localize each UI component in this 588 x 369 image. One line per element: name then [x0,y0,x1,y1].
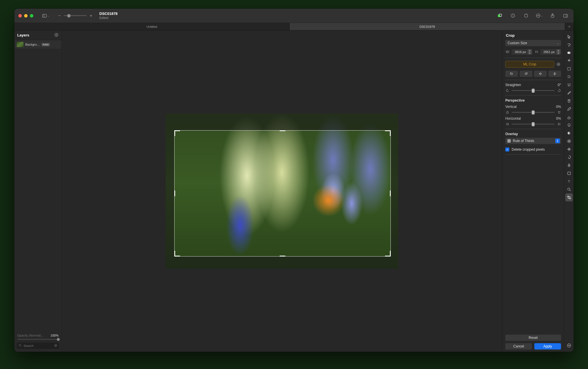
ml-crop-more-icon[interactable] [556,61,561,68]
svg-point-13 [539,15,539,16]
effects-tool[interactable] [565,137,573,145]
crop-handle-br[interactable] [385,251,391,257]
crop-tool[interactable] [565,193,573,201]
vertical-label: Vertical [505,105,517,109]
layer-item-background[interactable]: Backgro… RAW [14,40,61,49]
flip-vertical-button[interactable] [548,71,561,77]
sidebar-toggle-button[interactable]: ⌵ [41,12,49,20]
photo-preview [166,114,398,269]
sparkle-tool[interactable] [565,145,573,153]
height-label: H: [534,50,539,54]
fill-tool[interactable] [565,97,573,105]
new-window-icon[interactable] [522,12,530,20]
delete-pixels-checkbox[interactable]: ✓ [505,147,509,152]
add-tab-button[interactable]: + [565,23,574,30]
straighten-label: Straighten [505,83,521,87]
crop-handle-bottom[interactable] [280,256,285,257]
crop-handle-top[interactable] [280,130,285,131]
tab-current[interactable]: DSC01878 [290,23,565,30]
grid-icon [507,139,511,143]
minimize-window-button[interactable] [24,14,28,18]
rotate-cw-button[interactable] [520,71,532,77]
straighten-slider[interactable] [512,90,555,91]
zoom-slider[interactable] [64,15,87,16]
height-input[interactable]: 2651 px ▴▾ [540,49,561,55]
tool-strip: T [564,30,574,352]
opacity-value: 100% [51,334,59,337]
text-tool[interactable]: T [565,177,573,185]
layers-search-input[interactable] [17,343,59,349]
svg-point-44 [568,132,570,135]
svg-rect-0 [42,14,47,17]
overlay-stepper-icon[interactable]: ▴▾ [555,139,560,143]
info-icon[interactable] [509,12,517,20]
arrow-tool[interactable] [565,33,573,41]
svg-point-61 [569,345,569,345]
delete-pixels-label: Delete cropped pixels [512,147,545,152]
svg-point-62 [569,345,570,345]
crop-preset-select[interactable]: Custom Size ⌵ [505,40,561,46]
inspector-toggle-icon[interactable] [562,12,570,20]
apply-button[interactable]: Apply [534,343,561,349]
compare-icon[interactable] [496,12,504,20]
crop-frame[interactable] [174,130,391,257]
more-tools-icon[interactable] [565,341,573,349]
svg-point-22 [55,344,57,347]
width-stepper[interactable]: ▴▾ [528,49,532,55]
zoom-tool[interactable] [565,185,573,193]
reset-button[interactable]: Reset [505,335,561,341]
pencil-tool[interactable] [565,105,573,113]
rotate-ccw-button[interactable] [505,71,518,77]
layers-panel-title: Layers [17,33,29,37]
shape-tool[interactable] [565,169,573,177]
svg-line-50 [568,140,568,141]
zoom-in-button[interactable]: + [89,13,93,18]
gradient-tool[interactable] [565,129,573,137]
smudge-tool[interactable] [565,121,573,129]
opacity-label: Opacity (Normal) ⌵ [17,334,43,337]
fullscreen-window-button[interactable] [30,14,33,18]
pen-tool[interactable] [565,161,573,169]
quick-select-tool[interactable] [565,49,573,57]
width-input[interactable]: 3816 px ▴▾ [512,49,532,55]
eraser-tool[interactable] [565,113,573,121]
height-stepper[interactable]: ▴▾ [556,49,560,55]
canvas[interactable] [62,30,502,352]
vertical-value: 0% [556,105,561,109]
add-layer-button[interactable] [54,33,59,38]
clone-tool[interactable] [565,153,573,161]
flip-horizontal-button[interactable] [534,71,547,77]
overlay-select[interactable]: Rule of Thirds ▴▾ [505,138,561,144]
crop-handle-bl[interactable] [174,251,180,257]
vertical-slider[interactable] [512,112,555,113]
titlebar: ⌵ − + DSC01878 Edited ⌵ [14,9,574,23]
ml-crop-button[interactable]: ML Crop [505,61,554,68]
svg-line-53 [568,142,568,143]
more-options-icon[interactable]: ⌵ [535,12,543,20]
overlay-label: Overlay [505,132,561,136]
marquee-tool[interactable] [565,65,573,73]
tab-untitled[interactable]: Untitled [14,23,290,30]
freeform-select-tool[interactable] [565,41,573,49]
crop-handle-left[interactable] [174,191,175,196]
document-tabs: Untitled DSC01878 + [14,23,574,30]
svg-point-6 [513,15,513,15]
close-window-button[interactable] [18,14,22,18]
lasso-tool[interactable] [565,73,573,81]
cancel-button[interactable]: Cancel [505,343,532,349]
svg-point-38 [568,52,570,54]
zoom-out-button[interactable]: − [57,13,61,18]
share-icon[interactable] [548,12,556,20]
horizontal-label: Horizontal [505,116,521,121]
horizontal-slider[interactable] [512,124,555,125]
zoom-control[interactable]: − + [57,13,93,18]
magic-wand-tool[interactable] [565,57,573,65]
magnetic-tool[interactable] [565,81,573,89]
crop-handle-tr[interactable] [385,130,391,136]
search-filter-icon[interactable] [54,344,57,348]
brush-tool[interactable] [565,89,573,97]
layer-thumbnail [17,42,24,47]
crop-handle-tl[interactable] [174,130,180,136]
opacity-slider[interactable] [17,339,59,340]
crop-handle-right[interactable] [390,191,391,196]
